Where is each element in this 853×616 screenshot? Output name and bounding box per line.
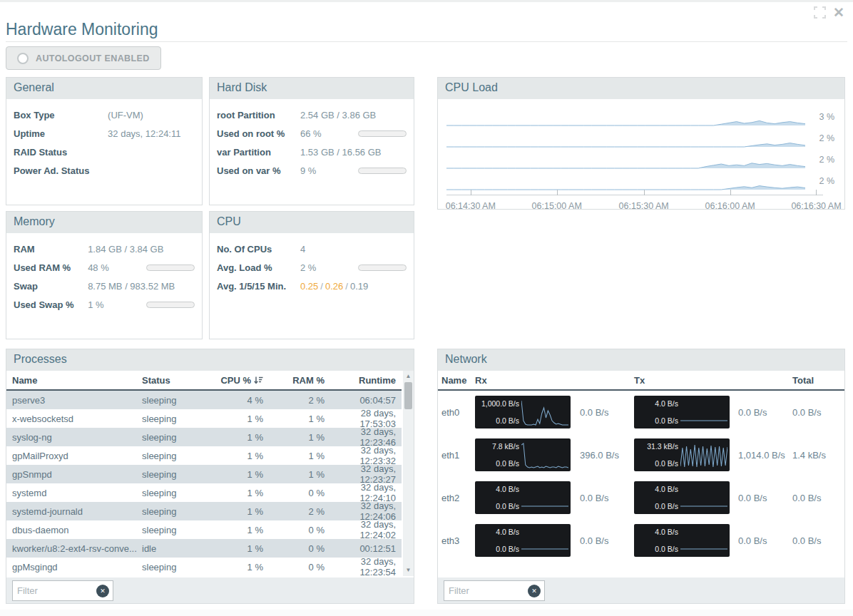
stat-value: 32 days, 12:24:11 xyxy=(108,128,195,139)
stat-row: Used on root % 66 % xyxy=(210,124,414,143)
scroll-down-icon[interactable]: ▼ xyxy=(403,566,414,575)
traffic-sparkline xyxy=(521,397,568,427)
column-header-name[interactable]: Name xyxy=(441,375,475,386)
stat-value: 1 % xyxy=(88,299,146,310)
cpu-load-x-labels: 06:14:30 AM06:15:00 AM06:15:30 AM06:16:0… xyxy=(446,201,823,212)
process-row[interactable]: pserve3sleeping4 %2 %06:04:57 xyxy=(6,391,402,409)
process-row[interactable]: systemd-journaldsleeping1 %2 %32 days, 1… xyxy=(6,502,402,520)
stat-row: Avg. 1/5/15 Min. 0.25/0.26/0.19 xyxy=(210,277,414,295)
cell-cpu: 1 % xyxy=(212,488,263,498)
process-row[interactable]: dbus-daemonsleeping1 %0 %32 days, 12:24:… xyxy=(6,520,402,539)
stat-row: root Partition 2.54 GB / 3.86 GB xyxy=(210,106,414,124)
column-header-status[interactable]: Status xyxy=(142,375,212,386)
cell-name: gpMailProxyd xyxy=(12,451,142,461)
cell-cpu: 1 % xyxy=(212,469,263,480)
process-row[interactable]: gpMsgingdsleeping1 %0 %32 days, 12:23:54 xyxy=(6,558,402,576)
stat-row: Avg. Load % 2 % xyxy=(210,258,414,277)
cell-status: idle xyxy=(142,543,212,554)
column-header-tx[interactable]: Tx xyxy=(634,375,792,386)
process-row[interactable]: kworker/u8:2-ext4-rsv-conve...idle1 %0 %… xyxy=(6,539,402,558)
axis-tick-label: 06:15:30 AM xyxy=(619,201,669,211)
stat-value-load-averages: 0.25/0.26/0.19 xyxy=(300,281,407,292)
cell-rx-value: 0.0 B/s xyxy=(571,407,634,418)
spark-max-label: 4.0 B/s xyxy=(478,486,519,493)
cell-interface-name: eth3 xyxy=(441,535,475,546)
column-header-ram[interactable]: RAM % xyxy=(263,375,325,386)
cell-interface-name: eth2 xyxy=(441,493,475,503)
clear-filter-icon[interactable]: ✕ xyxy=(528,585,541,597)
axis-tick-label: 06:15:00 AM xyxy=(532,201,582,211)
close-icon[interactable]: ✕ xyxy=(833,7,844,19)
axis-tick xyxy=(816,190,817,195)
traffic-sparkline xyxy=(521,525,568,555)
stat-row: Used Swap % 1 % xyxy=(6,295,202,314)
traffic-sparkline-box: 31.3 kB/s0.0 B/s xyxy=(634,438,730,471)
stat-row: RAM 1.84 GB / 3.84 GB xyxy=(6,240,202,258)
column-header-name[interactable]: Name xyxy=(12,375,142,386)
cell-cpu: 1 % xyxy=(212,562,263,573)
network-row[interactable]: eth24.0 B/s0.0 B/s0.0 B/s4.0 B/s0.0 B/s0… xyxy=(438,476,844,519)
fullscreen-icon[interactable] xyxy=(814,6,826,19)
stat-label: Uptime xyxy=(14,128,108,139)
cell-cpu: 1 % xyxy=(212,506,263,517)
cell-total-value: 0.0 B/s xyxy=(792,493,841,503)
bottom-edge-strip xyxy=(0,610,853,616)
process-row[interactable]: gpMailProxydsleeping1 %1 %32 days, 12:23… xyxy=(6,446,402,465)
load-1min: 0.25 xyxy=(300,281,318,292)
stat-label: Power Ad. Status xyxy=(14,165,108,176)
network-row[interactable]: eth17.8 kB/s0.0 B/s396.0 B/s31.3 kB/s0.0… xyxy=(438,433,844,476)
spark-max-label: 4.0 B/s xyxy=(637,528,678,535)
column-header-cpu[interactable]: CPU % xyxy=(212,375,263,386)
spark-max-label: 31.3 kB/s xyxy=(637,443,678,450)
network-row[interactable]: eth34.0 B/s0.0 B/s0.0 B/s4.0 B/s0.0 B/s0… xyxy=(438,519,844,562)
cell-rx-value: 0.0 B/s xyxy=(571,493,634,503)
cell-runtime: 00:12:51 xyxy=(325,543,396,554)
stat-label: Box Type xyxy=(14,110,108,120)
cell-cpu: 4 % xyxy=(212,395,263,406)
spark-max-label: 1,000.0 B/s xyxy=(478,400,519,407)
column-header-runtime[interactable]: Runtime xyxy=(325,375,396,386)
cell-status: sleeping xyxy=(142,525,212,535)
clear-filter-icon[interactable]: ✕ xyxy=(96,585,109,597)
cell-name: systemd-journald xyxy=(12,506,142,517)
cell-rx-value: 396.0 B/s xyxy=(571,450,634,461)
axis-tick-label: 06:16:30 AM xyxy=(791,201,841,211)
column-header-total[interactable]: Total xyxy=(792,375,841,386)
process-row[interactable]: systemdsleeping1 %0 %32 days, 12:24:10 xyxy=(6,483,402,502)
processes-filter-input[interactable] xyxy=(17,581,92,600)
stat-label: Swap xyxy=(14,281,88,292)
scrollbar[interactable]: ▲ ▼ xyxy=(403,371,414,576)
autologout-toggle-button[interactable]: AUTOLOGOUT ENABLED xyxy=(6,46,161,70)
network-filter-input[interactable] xyxy=(449,581,523,600)
process-row[interactable]: x-websocketsdsleeping1 %1 %28 days, 17:5… xyxy=(6,409,402,428)
cpu-load-series: 2 % xyxy=(438,149,844,170)
traffic-sparkline-box: 1,000.0 B/s0.0 B/s xyxy=(475,396,571,428)
stat-value: 4 xyxy=(300,244,407,255)
cell-cpu: 1 % xyxy=(212,432,263,443)
cpu-load-series: 2 % xyxy=(438,170,844,192)
stat-value: (UF-VM) xyxy=(108,110,195,120)
usage-progress-bar xyxy=(146,265,195,271)
network-row[interactable]: eth01,000.0 B/s0.0 B/s0.0 B/s4.0 B/s0.0 … xyxy=(438,391,844,433)
usage-progress-bar xyxy=(358,168,407,174)
stat-value: 1.53 GB / 16.56 GB xyxy=(300,147,407,158)
scrollbar-thumb[interactable] xyxy=(404,382,412,409)
column-header-rx[interactable]: Rx xyxy=(475,375,634,386)
panel-processes: Processes Name Status CPU % RAM % Runtim… xyxy=(6,349,414,604)
network-filter-box: ✕ xyxy=(444,580,545,601)
stat-value: 9 % xyxy=(300,165,358,176)
cell-name: gpMsgingd xyxy=(12,562,142,573)
cell-name: dbus-daemon xyxy=(12,525,142,535)
cpu-load-value-label: 3 % xyxy=(805,112,844,122)
cell-interface-name: eth1 xyxy=(441,450,475,461)
panel-memory-title: Memory xyxy=(6,212,202,233)
process-row[interactable]: gpSnmpdsleeping1 %1 %32 days, 12:23:27 xyxy=(6,465,402,483)
spark-min-label: 0.0 B/s xyxy=(637,460,678,467)
process-row[interactable]: syslog-ngsleeping1 %1 %32 days, 12:23:46 xyxy=(6,428,402,446)
cell-total-value: 0.0 B/s xyxy=(792,407,841,418)
stat-value: 66 % xyxy=(300,128,358,139)
axis-tick xyxy=(644,190,645,195)
cell-tx-value: 0.0 B/s xyxy=(730,407,792,418)
cell-runtime: 32 days, 12:24:02 xyxy=(325,519,396,540)
scroll-up-icon[interactable]: ▲ xyxy=(403,372,414,381)
